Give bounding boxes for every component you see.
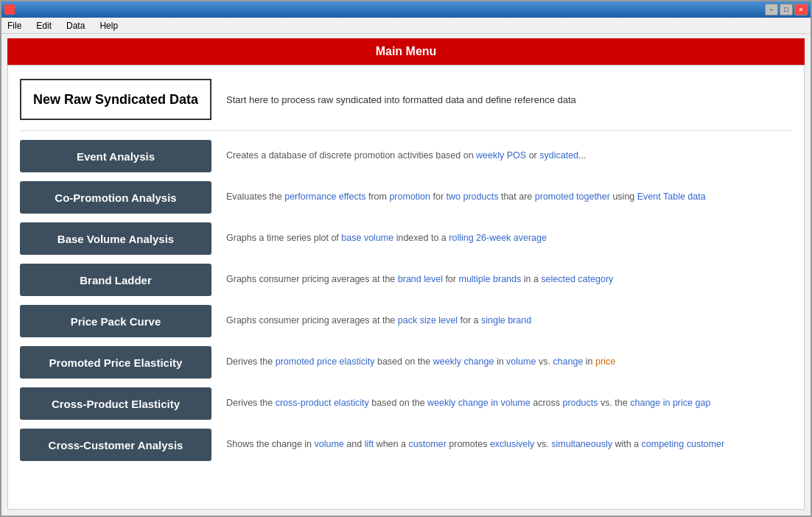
cross-product-elasticity-desc: Derives the cross-product elasticity bas… [226,397,792,410]
menu-row-price-pack-curve: Price Pack Curve Graphs consumer pricing… [20,303,792,339]
brand-ladder-desc: Graphs consumer pricing averages at the … [226,273,792,286]
co-promotion-desc: Evaluates the performance effects from p… [226,191,792,204]
menu-row-event-analysis: Event Analysis Creates a database of dis… [20,138,792,174]
co-promotion-analysis-button[interactable]: Co-Promotion Analysis [20,181,211,214]
event-analysis-button[interactable]: Event Analysis [20,140,211,172]
menu-row-cross-product-elasticity: Cross-Product Elasticity Derives the cro… [20,386,792,421]
main-window: − □ × File Edit Data Help Main Menu New … [0,0,812,517]
minimize-button[interactable]: − [765,4,778,15]
title-bar-controls: − □ × [765,4,808,15]
menu-row-promoted-price-elasticity: Promoted Price Elasticity Derives the pr… [20,345,792,380]
app-icon [4,4,15,15]
new-raw-description: Start here to process raw syndicated int… [226,94,576,105]
menu-file[interactable]: File [4,19,24,32]
main-header-title: Main Menu [376,45,437,58]
price-pack-curve-button[interactable]: Price Pack Curve [20,305,211,337]
event-analysis-desc: Creates a database of discrete promotion… [226,150,792,163]
menu-data[interactable]: Data [63,19,88,32]
restore-button[interactable]: □ [780,4,793,15]
content-area: New Raw Syndicated Data Start here to pr… [7,65,805,510]
cross-customer-analysis-button[interactable]: Cross-Customer Analysis [20,429,211,461]
cross-product-elasticity-button[interactable]: Cross-Product Elasticity [20,387,211,420]
base-volume-analysis-button[interactable]: Base Volume Analysis [20,222,211,255]
title-bar-left [4,4,18,15]
new-raw-syndicated-data-button[interactable]: New Raw Syndicated Data [20,79,211,120]
menu-help[interactable]: Help [97,19,121,32]
menu-rows: Event Analysis Creates a database of dis… [20,138,792,463]
promoted-price-elasticity-desc: Derives the promoted price elasticity ba… [226,356,792,369]
menu-row-co-promotion: Co-Promotion Analysis Evaluates the perf… [20,180,792,215]
main-header: Main Menu [7,38,805,65]
title-bar: − □ × [1,1,811,18]
price-pack-curve-desc: Graphs consumer pricing averages at the … [226,314,792,328]
base-volume-desc: Graphs a time series plot of base volume… [226,232,792,245]
menu-row-cross-customer-analysis: Cross-Customer Analysis Shows the change… [20,427,792,463]
close-button[interactable]: × [794,4,808,15]
menu-edit[interactable]: Edit [33,19,55,32]
top-row: New Raw Syndicated Data Start here to pr… [20,73,792,131]
menubar: File Edit Data Help [1,18,811,34]
brand-ladder-button[interactable]: Brand Ladder [20,264,211,296]
cross-customer-analysis-desc: Shows the change in volume and lift when… [226,438,792,451]
menu-row-base-volume: Base Volume Analysis Graphs a time serie… [20,221,792,256]
promoted-price-elasticity-button[interactable]: Promoted Price Elasticity [20,346,211,379]
menu-row-brand-ladder: Brand Ladder Graphs consumer pricing ave… [20,262,792,298]
